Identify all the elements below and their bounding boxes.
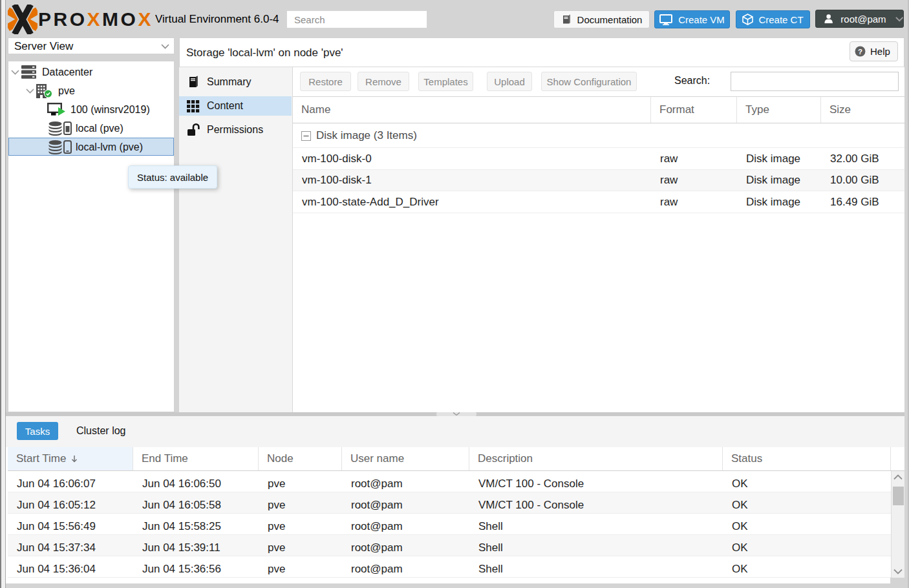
svg-text:?: ? — [858, 48, 862, 56]
